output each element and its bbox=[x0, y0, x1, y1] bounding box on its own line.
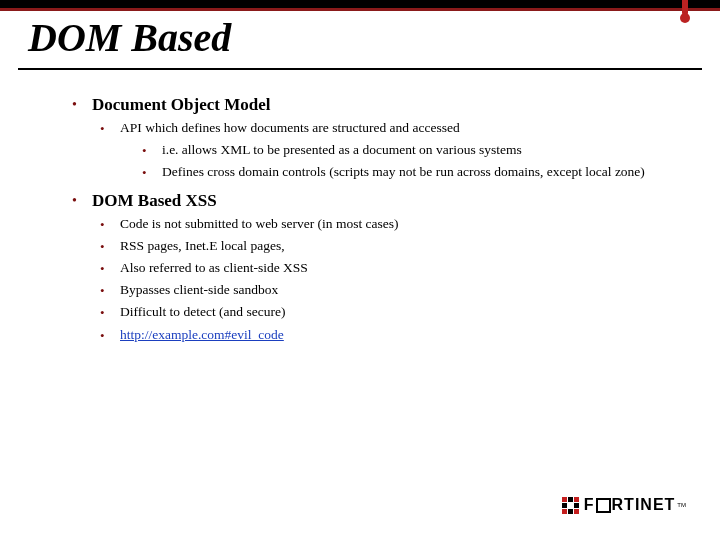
list-item-text: Code is not submitted to web server (in … bbox=[120, 216, 399, 231]
bullet-icon: • bbox=[72, 96, 77, 115]
bullet-icon: • bbox=[72, 192, 77, 211]
section-heading-text: DOM Based XSS bbox=[92, 191, 217, 210]
list-item: • RSS pages, Inet.E local pages, bbox=[98, 237, 680, 255]
list-item: • Code is not submitted to web server (i… bbox=[98, 215, 680, 233]
logo-text: FRTINETTM bbox=[584, 496, 686, 514]
accent-ornament bbox=[680, 0, 690, 22]
slide-body: • Document Object Model • API which defi… bbox=[70, 88, 680, 348]
list-item: • Bypasses client-side sandbox bbox=[98, 281, 680, 299]
title-underline bbox=[18, 68, 702, 70]
bullet-icon: • bbox=[100, 238, 105, 256]
bullet-icon: • bbox=[100, 216, 105, 234]
list-item: • http://example.com#evil_code bbox=[98, 326, 680, 344]
list-item-text: i.e. allows XML to be presented as a doc… bbox=[162, 142, 522, 157]
list-item-text: API which defines how documents are stru… bbox=[120, 120, 460, 135]
list-item: • Difficult to detect (and secure) bbox=[98, 303, 680, 321]
logo-mark-icon bbox=[562, 497, 579, 514]
bullet-icon: • bbox=[100, 260, 105, 278]
list-item: • API which defines how documents are st… bbox=[98, 119, 680, 137]
section-heading-text: Document Object Model bbox=[92, 95, 270, 114]
list-item-text: Also referred to as client-side XSS bbox=[120, 260, 308, 275]
list-item-text: RSS pages, Inet.E local pages, bbox=[120, 238, 285, 253]
bullet-icon: • bbox=[142, 142, 147, 160]
bullet-icon: • bbox=[100, 120, 105, 138]
example-link[interactable]: http://example.com#evil_code bbox=[120, 327, 284, 342]
list-item: • Also referred to as client-side XSS bbox=[98, 259, 680, 277]
slide-title: DOM Based bbox=[28, 18, 231, 58]
bullet-icon: • bbox=[100, 327, 105, 345]
section-heading: • DOM Based XSS bbox=[70, 190, 680, 213]
section-heading: • Document Object Model bbox=[70, 94, 680, 117]
logo-square-icon bbox=[596, 498, 611, 513]
list-item: • Defines cross domain controls (scripts… bbox=[140, 163, 680, 181]
bullet-icon: • bbox=[100, 304, 105, 322]
list-item-text: Bypasses client-side sandbox bbox=[120, 282, 278, 297]
slide: DOM Based • Document Object Model • API … bbox=[0, 0, 720, 540]
list-item-text: Defines cross domain controls (scripts m… bbox=[162, 164, 645, 179]
list-item: • i.e. allows XML to be presented as a d… bbox=[140, 141, 680, 159]
bullet-icon: • bbox=[142, 164, 147, 182]
top-bar bbox=[0, 0, 720, 11]
bullet-icon: • bbox=[100, 282, 105, 300]
footer-logo: FRTINETTM bbox=[562, 496, 686, 514]
list-item-text: Difficult to detect (and secure) bbox=[120, 304, 285, 319]
